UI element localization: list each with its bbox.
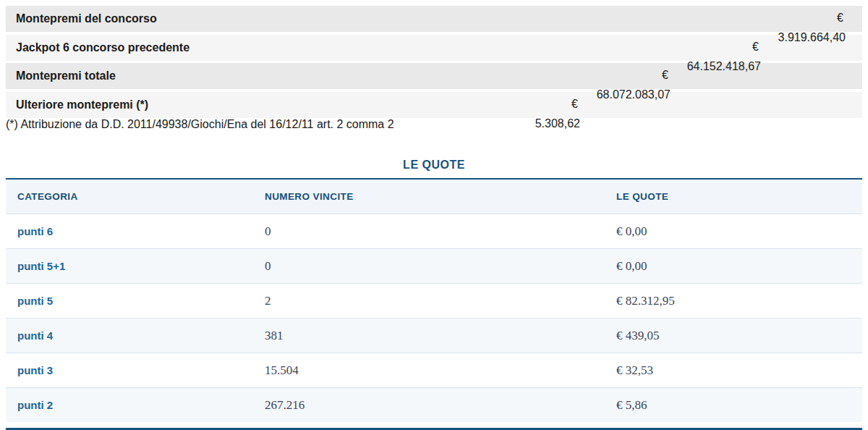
categoria-link[interactable]: punti 3 xyxy=(17,364,53,376)
categoria-link[interactable]: punti 2 xyxy=(17,399,53,411)
euro-symbol: € xyxy=(662,69,668,82)
summary-row-label: Ulteriore montepremi (*) xyxy=(16,92,148,118)
column-header-numero-vincite: NUMERO VINCITE xyxy=(253,191,605,202)
table-row-punti-5plus1: punti 5+1 0 € 0,00 xyxy=(6,248,862,283)
quota-value: € 82.312,95 xyxy=(616,294,675,308)
numero-vincite-value: 0 xyxy=(265,224,271,238)
numero-vincite-value: 15.504 xyxy=(265,363,299,377)
categoria-link[interactable]: punti 4 xyxy=(17,329,53,342)
table-row-punti-3: punti 3 15.504 € 32,53 xyxy=(6,353,862,387)
column-header-categoria: CATEGORIA xyxy=(6,191,253,202)
euro-symbol: € xyxy=(571,98,578,111)
quota-value: € 5,86 xyxy=(616,398,647,412)
le-quote-table: CATEGORIA NUMERO VINCITE LE QUOTE punti … xyxy=(6,178,862,422)
summary-row-value: 5.308,62 xyxy=(535,117,580,130)
numero-vincite-value: 2 xyxy=(265,294,271,308)
column-header-le-quote: LE QUOTE xyxy=(605,191,851,202)
summary-row-ulteriore-montepremi: Ulteriore montepremi (*) € 5.308,62 xyxy=(6,92,862,118)
table-row-punti-5: punti 5 2 € 82.312,95 xyxy=(6,283,862,318)
categoria-link[interactable]: punti 6 xyxy=(17,225,53,237)
numero-vincite-value: 267.216 xyxy=(265,398,305,412)
table-row-punti-2: punti 2 267.216 € 5,86 xyxy=(6,387,862,422)
table-row-punti-4: punti 4 381 € 439,05 xyxy=(6,318,862,353)
numero-vincite-value: 381 xyxy=(265,329,284,342)
attribution-footnote: (*) Attribuzione da D.D. 2011/49938/Gioc… xyxy=(6,118,862,130)
quota-value: € 0,00 xyxy=(616,224,647,238)
categoria-link[interactable]: punti 5+1 xyxy=(17,260,65,272)
summary-row-value: 68.072.083,07 xyxy=(597,88,671,101)
summary-row-jackpot-precedente: Jackpot 6 concorso precedente € 64.152.4… xyxy=(6,35,862,61)
euro-symbol: € xyxy=(752,41,759,54)
quota-value: € 32,53 xyxy=(616,363,653,377)
summary-row-label: Jackpot 6 concorso precedente xyxy=(16,35,190,61)
quota-value: € 439,05 xyxy=(616,329,660,342)
table-header-row: CATEGORIA NUMERO VINCITE LE QUOTE xyxy=(6,180,862,214)
table-row-punti-6: punti 6 0 € 0,00 xyxy=(6,214,862,248)
summary-row-value: 64.152.418,67 xyxy=(687,60,761,73)
summary-row-label: Montepremi totale xyxy=(16,63,116,89)
summary-row-label: Montepremi del concorso xyxy=(16,6,157,32)
euro-symbol: € xyxy=(837,12,843,25)
quota-value: € 0,00 xyxy=(616,259,647,273)
summary-row-value: 3.919.664,40 xyxy=(778,31,846,44)
le-quote-title: LE QUOTE xyxy=(0,158,868,172)
summary-row-montepremi-concorso: Montepremi del concorso € 3.919.664,40 xyxy=(6,6,862,32)
montepremi-summary: Montepremi del concorso € 3.919.664,40 J… xyxy=(0,0,868,130)
categoria-link[interactable]: punti 5 xyxy=(17,295,53,307)
numero-vincite-value: 0 xyxy=(265,259,271,273)
